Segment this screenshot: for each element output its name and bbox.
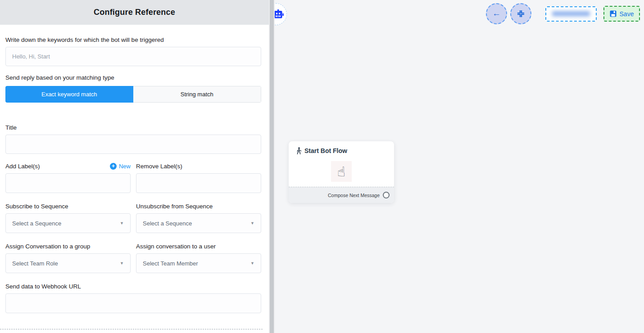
panel-scrollbar[interactable] (269, 0, 275, 333)
chevron-down-icon: ▼ (250, 261, 254, 266)
unsubscribe-sequence-label: Unsubscribe from Sequence (136, 203, 261, 210)
arrow-left-icon: ← (492, 9, 501, 18)
cursor-tile: ☝ (331, 161, 352, 182)
remove-labels-label: Remove Label(s) (136, 163, 182, 170)
keywords-input[interactable] (5, 47, 261, 66)
remove-labels-input[interactable] (136, 173, 261, 193)
chevron-down-icon: ▼ (250, 221, 254, 225)
title-input[interactable] (5, 135, 261, 154)
connection-port[interactable] (383, 192, 390, 198)
add-labels-input[interactable] (5, 173, 131, 193)
webhook-label: Send data to Webhook URL (5, 283, 261, 290)
assign-group-select[interactable]: Select Team Role ▼ (5, 253, 131, 273)
new-label-link[interactable]: + New (110, 163, 131, 170)
start-bot-flow-node[interactable]: Start Bot Flow ☝ Compose Next Message (289, 141, 394, 203)
compress-icon (517, 10, 525, 18)
subscribe-sequence-label: Subscribe to Sequence (5, 203, 131, 210)
save-icon (610, 10, 617, 17)
configure-reference-panel: Configure Reference Write down the keywo… (0, 0, 269, 333)
subscribe-sequence-select[interactable]: Select a Sequence ▼ (5, 213, 131, 233)
node-title: Start Bot Flow (304, 147, 347, 154)
bot-name-button-blurred[interactable] (545, 6, 597, 22)
walking-person-icon (296, 147, 302, 154)
add-labels-label: Add Label(s) (5, 163, 40, 170)
canvas-toolbar: ← Save (486, 3, 640, 24)
tab-exact-keyword-match[interactable]: Exact keyword match (5, 86, 133, 103)
webhook-input[interactable] (5, 293, 261, 313)
matching-type-tabs: Exact keyword match String match (5, 86, 261, 103)
save-button-label: Save (620, 10, 634, 18)
scrollbar-thumb[interactable] (270, 0, 274, 333)
panel-bottom-divider (0, 329, 263, 329)
chevron-down-icon: ▼ (120, 221, 124, 225)
assign-group-label: Assign Conversation to a group (5, 243, 131, 250)
blurred-text (552, 11, 590, 16)
hand-cursor-icon: ☝ (337, 164, 345, 180)
unsubscribe-sequence-select[interactable]: Select a Sequence ▼ (136, 213, 261, 233)
assign-user-value: Select Team Member (143, 260, 198, 267)
assign-group-value: Select Team Role (12, 260, 58, 267)
page-title: Configure Reference (94, 8, 175, 17)
plus-icon: + (110, 163, 117, 170)
fit-view-button[interactable] (510, 3, 531, 24)
back-button[interactable]: ← (486, 3, 507, 24)
unsubscribe-sequence-value: Select a Sequence (143, 220, 192, 227)
assign-user-select[interactable]: Select Team Member ▼ (136, 253, 261, 273)
title-label: Title (5, 124, 261, 131)
robot-icon (275, 9, 284, 19)
compose-next-message-label: Compose Next Message (328, 193, 380, 198)
keywords-label: Write down the keywords for which the bo… (5, 36, 261, 43)
chevron-down-icon: ▼ (120, 261, 124, 266)
tab-string-match[interactable]: String match (133, 86, 262, 103)
subscribe-sequence-value: Select a Sequence (12, 220, 61, 227)
node-header: Start Bot Flow (289, 141, 394, 154)
matching-type-label: Send reply based on your matching type (5, 74, 261, 81)
node-footer: Compose Next Message (289, 187, 394, 203)
flow-canvas[interactable]: ← Save Star (275, 0, 644, 333)
panel-header: Configure Reference (0, 0, 269, 25)
bot-badge[interactable] (275, 3, 287, 25)
assign-user-label: Assign conversation to a user (136, 243, 261, 250)
save-button[interactable]: Save (603, 6, 640, 22)
new-link-label: New (119, 163, 131, 170)
